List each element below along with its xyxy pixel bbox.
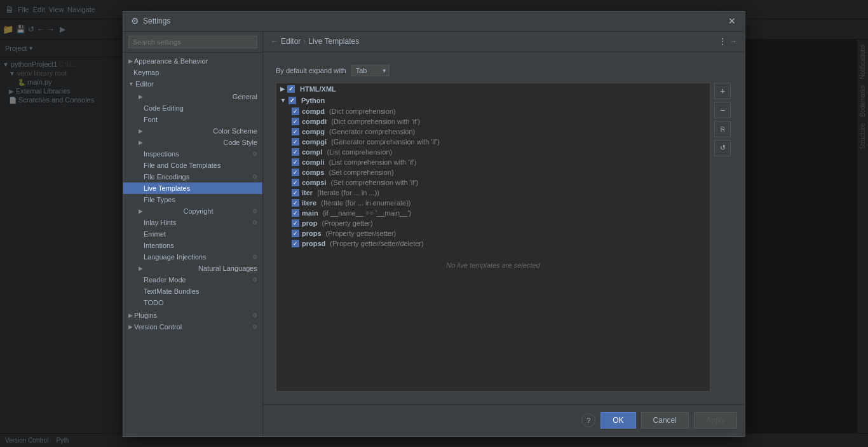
dialog-footer: ? OK Cancel Apply <box>263 404 745 436</box>
settings-search-input[interactable] <box>128 36 257 48</box>
nav-color-scheme[interactable]: ▶ Color Scheme <box>123 125 262 137</box>
dialog-body: ▶ Appearance & Behavior Keymap ▼ Editor <box>123 32 745 436</box>
template-group-python-header[interactable]: ▼ Python <box>276 95 710 106</box>
tmpl-item-compl[interactable]: compl (List comprehension) <box>276 147 710 157</box>
tmpl-item-main[interactable]: main (if __name__ == '__main__') <box>276 208 710 218</box>
nav-live-templates[interactable]: Live Templates <box>123 182 262 194</box>
nav-editor[interactable]: ▼ Editor <box>123 78 262 90</box>
main-checkbox[interactable] <box>292 209 299 217</box>
cancel-button[interactable]: Cancel <box>641 412 689 429</box>
nav-font[interactable]: Font <box>123 114 262 125</box>
nav-general[interactable]: ▶ General <box>123 91 262 102</box>
modal-overlay: ⚙ Settings ✕ ▶ Appearance & Beh <box>0 0 868 447</box>
nav-inlay-hints[interactable]: Inlay Hints ⚙ <box>123 217 262 228</box>
nav-natural-languages[interactable]: ▶ Natural Languages <box>123 263 262 274</box>
props-abbrev: props <box>302 230 322 237</box>
ok-button[interactable]: OK <box>600 412 635 429</box>
remove-template-button[interactable]: − <box>714 102 731 118</box>
compgi-checkbox[interactable] <box>292 138 299 146</box>
python-checkbox[interactable] <box>288 97 296 104</box>
breadcrumb-forward-icon[interactable]: → <box>729 37 737 46</box>
prop-checkbox[interactable] <box>292 219 299 227</box>
compl-checkbox[interactable] <box>292 148 299 156</box>
compsi-desc: (Set comprehension with 'if') <box>329 179 419 186</box>
nav-code-editing[interactable]: Code Editing <box>123 102 262 114</box>
tmpl-item-compd[interactable]: compd (Dict comprehension) <box>276 106 710 116</box>
nav-version-control[interactable]: ▶ Version Control ⚙ <box>123 321 262 333</box>
nav-appearance[interactable]: ▶ Appearance & Behavior <box>123 55 262 67</box>
nav-code-editing-label: Code Editing <box>144 104 184 112</box>
nav-intentions[interactable]: Intentions <box>123 240 262 251</box>
compdi-abbrev: compdi <box>302 118 327 125</box>
compg-desc: (Generator comprehension) <box>327 128 415 135</box>
tmpl-item-compg[interactable]: compg (Generator comprehension) <box>276 127 710 137</box>
compg-abbrev: compg <box>302 128 325 135</box>
nav-emmet[interactable]: Emmet <box>123 228 262 240</box>
comps-checkbox[interactable] <box>292 168 299 176</box>
tmpl-item-compli[interactable]: compli (List comprehension with 'if') <box>276 157 710 167</box>
breadcrumb-menu-icon[interactable]: ⋮ <box>718 36 727 46</box>
propsd-desc: (Property getter/setter/deleter) <box>328 240 423 247</box>
apply-button[interactable]: Apply <box>694 412 737 429</box>
compdi-checkbox[interactable] <box>292 118 299 125</box>
nav-plugins[interactable]: ▶ Plugins ⚙ <box>123 310 262 321</box>
add-template-button[interactable]: + <box>714 83 731 99</box>
tmpl-item-props[interactable]: props (Property getter/setter) <box>276 228 710 238</box>
tmpl-item-iter[interactable]: iter (Iterate (for ... in ...)) <box>276 188 710 198</box>
copy-template-button[interactable]: ⎘ <box>714 121 731 137</box>
nav-todo[interactable]: TODO <box>123 297 262 308</box>
dialog-close-button[interactable]: ✕ <box>727 16 737 26</box>
htmlxml-chevron-icon: ▶ <box>280 86 285 92</box>
htmlxml-checkbox[interactable] <box>287 85 295 93</box>
nav-code-style-label: Code Style <box>223 139 257 146</box>
tmpl-item-compdi[interactable]: compdi (Dict comprehension with 'if') <box>276 116 710 127</box>
tmpl-item-compgi[interactable]: compgi (Generator comprehension with 'if… <box>276 137 710 147</box>
appearance-chevron-icon: ▶ <box>128 58 133 64</box>
tmpl-item-compsi[interactable]: compsi (Set comprehension with 'if') <box>276 177 710 188</box>
tmpl-item-itere[interactable]: itere (Iterate (for ... in enumerate)) <box>276 198 710 208</box>
breadcrumb-back-icon[interactable]: ← <box>271 37 278 46</box>
template-group-python: ▼ Python compd (Dict co <box>276 95 710 249</box>
nav-copyright[interactable]: ▶ Copyright ⚙ <box>123 205 262 217</box>
nav-reader-mode[interactable]: Reader Mode ⚙ <box>123 274 262 285</box>
nav-code-style[interactable]: ▶ Code Style <box>123 137 262 148</box>
nav-inspections[interactable]: Inspections ⚙ <box>123 148 262 160</box>
nav-file-templates[interactable]: File and Code Templates <box>123 160 262 171</box>
iter-checkbox[interactable] <box>292 189 299 196</box>
vc-chevron-icon: ▶ <box>128 324 133 330</box>
compd-checkbox[interactable] <box>292 107 299 115</box>
prop-desc: (Property getter) <box>320 219 372 227</box>
nav-reader-mode-label: Reader Mode <box>144 276 186 284</box>
nav-chevron-natural-icon: ▶ <box>139 265 143 272</box>
expand-dropdown[interactable]: Tab Enter Space <box>351 65 390 76</box>
nav-keymap[interactable]: Keymap <box>123 67 262 78</box>
nav-lang-injections[interactable]: Language Injections ⚙ <box>123 251 262 263</box>
template-group-htmlxml-header[interactable]: ▶ HTML/XML <box>276 83 710 95</box>
prop-abbrev: prop <box>302 219 317 227</box>
settings-tree: ▶ Appearance & Behavior Keymap ▼ Editor <box>123 53 262 436</box>
compg-checkbox[interactable] <box>292 128 299 135</box>
compli-checkbox[interactable] <box>292 158 299 166</box>
nav-version-control-label: Version Control <box>134 323 182 331</box>
restore-template-button[interactable]: ↺ <box>714 140 731 156</box>
python-label: Python <box>301 97 325 104</box>
help-button[interactable]: ? <box>581 413 595 427</box>
props-checkbox[interactable] <box>292 230 299 237</box>
nav-textmate[interactable]: TextMate Bundles <box>123 285 262 297</box>
nav-chevron-copyright-icon: ▶ <box>139 208 143 214</box>
propsd-checkbox[interactable] <box>292 240 299 247</box>
nav-file-types[interactable]: File Types <box>123 194 262 205</box>
itere-checkbox[interactable] <box>292 199 299 207</box>
breadcrumb-separator: › <box>303 37 306 46</box>
nav-textmate-label: TextMate Bundles <box>144 287 199 295</box>
tmpl-item-propsd[interactable]: propsd (Property getter/setter/deleter) <box>276 238 710 249</box>
tmpl-item-prop[interactable]: prop (Property getter) <box>276 218 710 228</box>
nav-inlay-hints-label: Inlay Hints <box>144 219 176 226</box>
reader-mode-icon: ⚙ <box>252 277 257 283</box>
tmpl-item-comps[interactable]: comps (Set comprehension) <box>276 167 710 177</box>
compsi-checkbox[interactable] <box>292 179 299 186</box>
nav-editor-section: ▶ General Code Editing Font ▶ <box>123 90 262 310</box>
nav-file-encodings[interactable]: File Encodings ⚙ <box>123 171 262 182</box>
editor-chevron-icon: ▼ <box>128 81 134 87</box>
itere-abbrev: itere <box>302 199 316 207</box>
